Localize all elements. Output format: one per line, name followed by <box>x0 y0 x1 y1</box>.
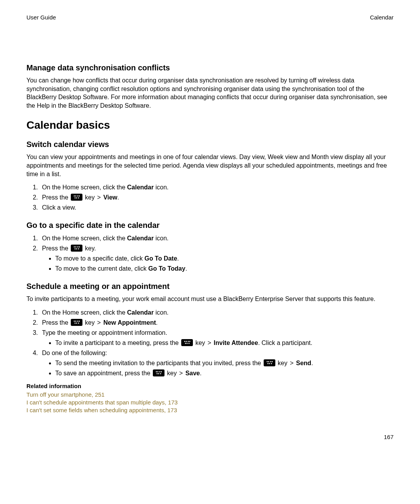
text: key <box>83 194 96 201</box>
svg-point-38 <box>161 371 162 372</box>
svg-point-23 <box>188 341 189 342</box>
step: On the Home screen, click the Calendar i… <box>40 308 394 317</box>
sub-bullets: To invite a participant to a meeting, pr… <box>42 338 394 348</box>
svg-point-13 <box>78 248 79 250</box>
svg-point-19 <box>76 322 77 324</box>
paragraph-schedule: To invite participants to a meeting, you… <box>26 295 394 303</box>
svg-point-39 <box>157 373 158 374</box>
svg-point-15 <box>75 320 77 322</box>
menu-key-icon <box>71 194 82 201</box>
svg-point-8 <box>75 247 77 248</box>
page-header: User Guide Calendar <box>26 14 394 21</box>
menu-key-icon <box>264 359 275 366</box>
svg-point-25 <box>185 343 186 344</box>
step: Type the meeting or appointment informat… <box>40 328 394 348</box>
step: On the Home screen, click the Calendar i… <box>40 234 394 243</box>
separator: > <box>97 194 101 201</box>
heading-basics: Calendar basics <box>26 119 394 131</box>
svg-point-1 <box>75 196 77 197</box>
svg-point-22 <box>186 341 187 342</box>
menu-key-icon <box>153 369 164 376</box>
text: . <box>156 319 158 326</box>
svg-point-5 <box>76 198 77 199</box>
bold-text: Save <box>186 370 200 376</box>
text: Do one of the following: <box>42 350 107 356</box>
menu-key-icon <box>71 245 82 252</box>
steps-switch-views: On the Home screen, click the Calendar i… <box>26 183 394 212</box>
text: . <box>311 360 313 366</box>
text: icon. <box>154 309 168 316</box>
paragraph-conflicts: You can change how conflicts that occur … <box>26 76 394 110</box>
text: To move to a specific date, click <box>55 255 144 262</box>
separator: > <box>208 340 211 346</box>
svg-point-12 <box>76 248 77 250</box>
related-link[interactable]: I can't set some fields when scheduling … <box>26 406 394 414</box>
text: icon. <box>154 235 168 242</box>
svg-point-37 <box>159 371 161 372</box>
svg-point-3 <box>79 196 80 197</box>
separator: > <box>97 319 101 326</box>
svg-point-21 <box>184 341 186 342</box>
heading-switch-views: Switch calendar views <box>26 140 394 149</box>
svg-point-18 <box>75 322 76 324</box>
text: On the Home screen, click the <box>42 184 127 191</box>
document-page: User Guide Calendar Manage data synchron… <box>0 0 420 504</box>
bold-text: Calendar <box>127 184 154 191</box>
step: Click a view. <box>40 203 394 212</box>
text: key. <box>83 245 96 252</box>
text: key <box>194 340 207 346</box>
related-link[interactable]: I can't schedule appointments that span … <box>26 399 394 406</box>
text: Press the <box>42 319 70 326</box>
bullet: To move to a specific date, click Go To … <box>55 254 394 263</box>
separator: > <box>179 370 183 376</box>
heading-goto-date: Go to a specific date in the calendar <box>26 221 394 230</box>
bullet: To invite a participant to a meeting, pr… <box>55 338 394 348</box>
text: To send the meeting invitation to the pa… <box>55 360 263 366</box>
text: Press the <box>42 245 70 252</box>
related-link[interactable]: Turn off your smartphone, 251 <box>26 391 394 399</box>
text: Press the <box>42 194 70 201</box>
sub-bullets: To move to a specific date, click Go To … <box>42 254 394 273</box>
text: key <box>83 319 96 326</box>
step: Press the key > View. <box>40 193 394 202</box>
steps-schedule: On the Home screen, click the Calendar i… <box>26 308 394 378</box>
text: icon. <box>154 184 168 191</box>
text: key <box>276 360 289 366</box>
svg-point-40 <box>158 373 159 374</box>
bullet: To move to the current date, click Go To… <box>55 264 394 273</box>
svg-point-35 <box>156 371 157 372</box>
steps-goto-date: On the Home screen, click the Calendar i… <box>26 234 394 273</box>
svg-point-33 <box>269 363 270 364</box>
text: To move to the current date, click <box>55 265 148 272</box>
separator: > <box>290 360 293 366</box>
svg-point-28 <box>266 361 268 362</box>
svg-point-0 <box>74 196 75 197</box>
header-right: Calendar <box>370 14 394 21</box>
page-number: 167 <box>384 434 394 440</box>
heading-schedule: Schedule a meeting or an appointment <box>26 282 394 291</box>
text: On the Home screen, click the <box>42 235 127 242</box>
text: . Click a participant. <box>258 340 313 346</box>
svg-point-34 <box>271 363 272 364</box>
svg-point-16 <box>77 320 79 322</box>
bold-text: Go To Today <box>148 265 185 272</box>
bold-text: Go To Date <box>144 255 177 262</box>
bullet: To save an appointment, press the key > … <box>55 369 394 378</box>
text: On the Home screen, click the <box>42 309 127 316</box>
paragraph-switch-views: You can view your appointments and meeti… <box>26 153 394 178</box>
text: To save an appointment, press the <box>55 370 152 376</box>
text: . <box>186 265 187 272</box>
step: On the Home screen, click the Calendar i… <box>40 183 394 192</box>
svg-point-32 <box>267 363 268 364</box>
svg-point-36 <box>158 371 159 372</box>
bold-text: View <box>103 194 117 201</box>
svg-point-2 <box>77 196 79 197</box>
header-left: User Guide <box>26 14 56 21</box>
text: . <box>200 370 201 376</box>
svg-point-24 <box>189 341 191 342</box>
svg-point-26 <box>187 343 188 344</box>
bold-text: Send <box>296 360 311 366</box>
bold-text: Calendar <box>127 309 154 316</box>
svg-point-7 <box>74 247 75 248</box>
svg-point-10 <box>79 247 80 248</box>
